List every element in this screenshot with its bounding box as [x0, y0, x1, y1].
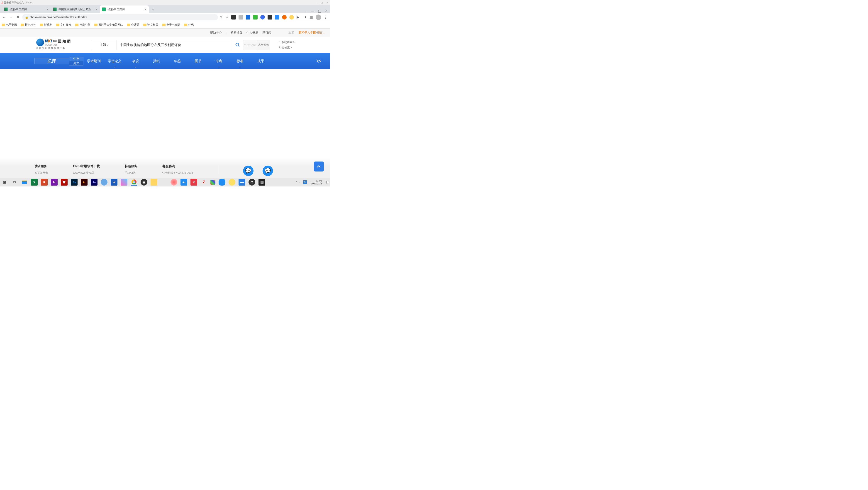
- photoshop-icon[interactable]: Ps: [71, 179, 78, 186]
- extension-icon[interactable]: [253, 15, 257, 20]
- chrome-menu-icon[interactable]: ⋮: [324, 15, 328, 19]
- publication-search-link[interactable]: 出版物检索 >: [279, 40, 295, 44]
- os-minimize[interactable]: —: [314, 1, 316, 4]
- tray-chevron-icon[interactable]: ^: [296, 181, 297, 184]
- app-icon[interactable]: 词: [190, 179, 197, 186]
- cat-achievement[interactable]: 成果: [250, 53, 271, 69]
- bookmark-folder[interactable]: 搜索引擎: [75, 23, 90, 27]
- zotero-icon[interactable]: Z: [200, 179, 207, 186]
- browser-close[interactable]: ✕: [325, 9, 328, 13]
- back-button[interactable]: ←: [2, 15, 7, 20]
- notification-icon[interactable]: 💬: [326, 181, 329, 184]
- chrome-icon[interactable]: [131, 179, 137, 186]
- illustrator-icon[interactable]: Ai: [81, 179, 88, 186]
- app-icon[interactable]: [170, 179, 177, 186]
- bookmark-folder[interactable]: 文件转换: [56, 23, 71, 27]
- citation-search-link[interactable]: 引文检索 >: [279, 45, 295, 50]
- app-icon[interactable]: [210, 180, 215, 185]
- new-tab-button[interactable]: +: [150, 6, 156, 12]
- cnki-logo[interactable]: NKi 中國知網 www.cnki.net 中国知识基础设施工程: [36, 38, 71, 50]
- footer-link[interactable]: CAJViewer浏览器: [73, 171, 100, 175]
- extension-icon[interactable]: [275, 15, 279, 20]
- footer-link[interactable]: 购买知网卡: [34, 171, 48, 175]
- onenote-icon[interactable]: N: [51, 179, 58, 186]
- bookmark-folder[interactable]: 石河子大学相关网站: [94, 23, 123, 27]
- tab-close-icon[interactable]: ✕: [95, 8, 97, 11]
- cat-journal[interactable]: 学术期刊: [84, 53, 104, 69]
- audition-icon[interactable]: Au: [91, 179, 97, 186]
- chat-icon[interactable]: [262, 165, 273, 176]
- extension-icon[interactable]: [268, 15, 272, 20]
- search-within-results[interactable]: 结果中检索: [243, 40, 257, 50]
- bookmark-star-icon[interactable]: ☆: [225, 15, 228, 19]
- footer-link[interactable]: 手机知网: [125, 171, 137, 175]
- app-icon[interactable]: [160, 179, 167, 186]
- app-icon[interactable]: [219, 179, 225, 186]
- tab-dropdown-icon[interactable]: ⌄: [304, 9, 307, 13]
- bookmark-folder[interactable]: 电子资源: [2, 23, 17, 27]
- address-field[interactable]: 🔒 chn.oversea.cnki.net/kns/defaultresult…: [22, 14, 218, 21]
- app-icon[interactable]: [151, 179, 157, 186]
- tray-app-icon[interactable]: du: [303, 180, 307, 184]
- stop-reload-button[interactable]: ✕: [16, 15, 21, 20]
- app-icon[interactable]: [101, 179, 107, 186]
- share-icon[interactable]: ⇪: [220, 15, 223, 19]
- library-name[interactable]: 石河子大学图书馆 ⌄: [299, 31, 325, 35]
- app-icon[interactable]: ▬: [239, 179, 245, 186]
- cat-standard[interactable]: 标准▾: [229, 53, 250, 69]
- cat-conference[interactable]: 会议▾: [125, 53, 146, 69]
- browser-maximize[interactable]: ▢: [318, 9, 321, 13]
- app-icon[interactable]: ▦: [258, 179, 265, 186]
- cat-lang-en[interactable]: 外文: [69, 61, 84, 66]
- side-panel-icon[interactable]: ▥: [310, 15, 313, 19]
- bookmark-folder[interactable]: 好玩: [184, 23, 194, 27]
- browser-tab-0[interactable]: 检索-中国知网 ✕: [2, 5, 51, 13]
- bookmark-folder[interactable]: 电子书资源: [162, 23, 180, 27]
- task-view-icon[interactable]: ⧉: [11, 179, 18, 186]
- extension-icon[interactable]: [289, 15, 294, 20]
- forward-button[interactable]: →: [9, 15, 13, 20]
- bookmark-folder[interactable]: 影视剧: [40, 23, 52, 27]
- cat-dissertation[interactable]: 学位论文▾: [104, 53, 125, 69]
- word-icon[interactable]: W: [111, 179, 118, 186]
- cat-book[interactable]: 图书: [188, 53, 209, 69]
- search-input[interactable]: [117, 40, 232, 50]
- subscribed-link[interactable]: 已订阅: [262, 31, 271, 35]
- cat-patent[interactable]: 专利▾: [209, 53, 229, 69]
- extension-icon[interactable]: [260, 15, 265, 20]
- extension-icon[interactable]: [239, 15, 243, 20]
- obs-icon[interactable]: ◉: [141, 179, 147, 186]
- app-icon[interactable]: ⚙: [249, 179, 255, 186]
- excel-icon[interactable]: X: [31, 179, 38, 186]
- cat-newspaper[interactable]: 报纸: [146, 53, 167, 69]
- acrobat-icon[interactable]: ⮟: [61, 179, 68, 186]
- advanced-search[interactable]: 高级检索: [257, 40, 270, 50]
- personal-link[interactable]: 个人书房: [246, 31, 258, 35]
- extension-icon[interactable]: ▶: [297, 15, 301, 20]
- settings-link[interactable]: 检索设置: [230, 31, 242, 35]
- extension-icon[interactable]: [231, 15, 236, 20]
- search-button[interactable]: [232, 40, 243, 50]
- cat-yearbook[interactable]: 年鉴: [167, 53, 188, 69]
- search-type-select[interactable]: 主题: [91, 40, 117, 50]
- scroll-to-top-button[interactable]: [314, 161, 324, 172]
- cat-total[interactable]: 总库: [34, 58, 69, 64]
- bookmark-folder[interactable]: 论文相关: [143, 23, 158, 27]
- browser-minimize[interactable]: —: [311, 9, 314, 13]
- browser-tab-2[interactable]: 检索-中国知网 ✕: [100, 5, 149, 13]
- extension-icon[interactable]: [282, 15, 287, 20]
- browser-tab-1[interactable]: 中国生物质能的地区分布及开发利 ✕: [51, 5, 100, 13]
- start-button[interactable]: ⊞: [1, 179, 8, 186]
- extension-icon[interactable]: [246, 15, 250, 20]
- chat-icon[interactable]: [243, 165, 253, 176]
- app-icon[interactable]: [228, 179, 236, 186]
- tab-close-icon[interactable]: ✕: [144, 8, 147, 11]
- tab-close-icon[interactable]: ✕: [46, 8, 49, 11]
- help-link[interactable]: 帮助中心: [210, 31, 222, 35]
- profile-icon[interactable]: [316, 14, 321, 20]
- app-icon[interactable]: Au: [181, 179, 187, 186]
- cat-expand-icon[interactable]: [312, 53, 326, 69]
- powerpoint-icon[interactable]: P: [41, 179, 48, 186]
- bookmark-folder[interactable]: 公共课: [127, 23, 139, 27]
- extensions-menu-icon[interactable]: ✦: [304, 15, 307, 19]
